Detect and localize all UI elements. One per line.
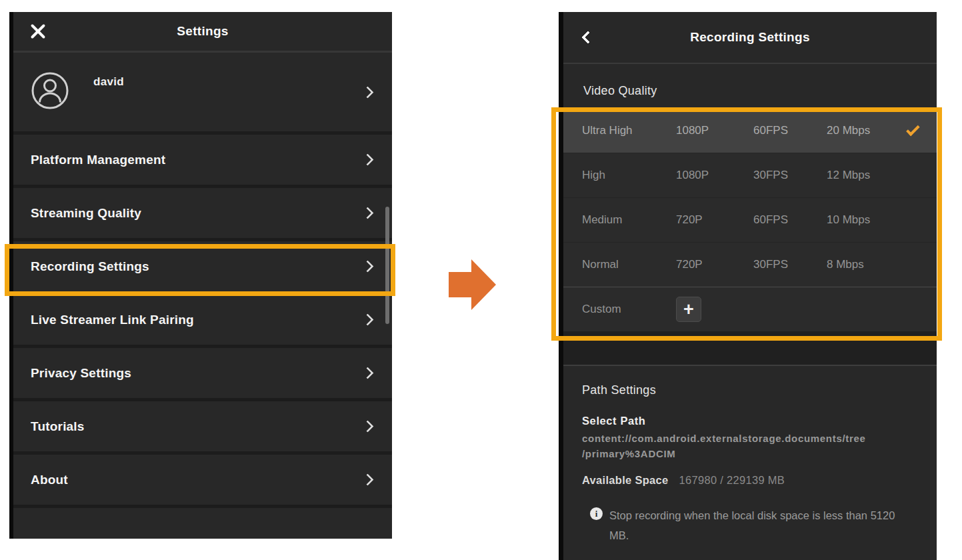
quality-row-high[interactable]: High 1080P 30FPS 12 Mbps: [563, 153, 937, 197]
section-divider: [563, 331, 937, 366]
quality-row-ultra-high[interactable]: Ultra High 1080P 60FPS 20 Mbps: [563, 108, 937, 153]
scrollbar[interactable]: [385, 207, 389, 324]
quality-bitrate: 8 Mbps: [827, 258, 908, 271]
close-icon[interactable]: [29, 23, 47, 40]
profile-name: david: [93, 75, 124, 89]
quality-bitrate: 20 Mbps: [827, 124, 908, 137]
quality-name: Normal: [582, 258, 676, 271]
add-custom-quality-button[interactable]: +: [676, 297, 701, 322]
menu-item-label: Streaming Quality: [31, 206, 141, 221]
menu-item-about[interactable]: About: [13, 455, 392, 508]
chevron-right-icon: [361, 420, 373, 432]
quality-row-medium[interactable]: Medium 720P 60FPS 10 Mbps: [563, 197, 937, 242]
chevron-right-icon: [361, 86, 373, 98]
arrow-right-icon: [449, 259, 495, 310]
quality-row-custom[interactable]: Custom +: [563, 287, 937, 331]
menu-item-recording-settings[interactable]: Recording Settings: [13, 241, 392, 295]
menu-item-label: Recording Settings: [31, 259, 149, 274]
select-path-row[interactable]: Select Path content://com.android.extern…: [582, 415, 917, 461]
quality-resolution: 720P: [676, 213, 753, 227]
chevron-right-icon: [361, 313, 373, 325]
settings-header: Settings: [13, 12, 392, 53]
menu-item-label: Live Streamer Link Pairing: [31, 313, 194, 327]
path-settings-section-label: Path Settings: [582, 383, 917, 397]
recording-settings-header: Recording Settings: [563, 12, 937, 64]
quality-fps: 60FPS: [753, 124, 827, 137]
quality-row-normal[interactable]: Normal 720P 30FPS 8 Mbps: [563, 242, 937, 287]
path-line-2: /primary%3ADCIM: [582, 448, 676, 459]
quality-resolution: 1080P: [676, 169, 753, 182]
recording-settings-title: Recording Settings: [563, 30, 937, 45]
info-icon: i: [590, 507, 603, 520]
video-quality-table: Ultra High 1080P 60FPS 20 Mbps High 1080…: [563, 108, 937, 331]
available-space-value: 167980 / 229139 MB: [679, 474, 785, 487]
settings-panel: Settings david Platform Management Strea…: [9, 12, 392, 539]
menu-item-label: Privacy Settings: [31, 366, 131, 381]
quality-name: High: [582, 169, 676, 182]
available-space-label: Available Space: [582, 474, 669, 487]
quality-fps: 30FPS: [753, 258, 827, 271]
menu-item-privacy-settings[interactable]: Privacy Settings: [13, 348, 392, 401]
chevron-right-icon: [361, 260, 373, 272]
quality-bitrate: 10 Mbps: [827, 213, 908, 227]
profile-row[interactable]: david: [13, 53, 392, 135]
menu-item-label: Tutorials: [31, 419, 85, 434]
screenshot-stage: Settings david Platform Management Strea…: [0, 0, 962, 560]
settings-title: Settings: [13, 24, 392, 39]
path-settings-section: Path Settings Select Path content://com.…: [563, 366, 937, 545]
user-avatar-icon: [31, 71, 69, 113]
quality-resolution: 1080P: [676, 124, 753, 137]
quality-fps: 60FPS: [753, 213, 827, 227]
quality-name: Custom: [582, 303, 676, 316]
menu-item-label: Platform Management: [31, 153, 165, 167]
menu-item-platform-management[interactable]: Platform Management: [13, 135, 392, 188]
menu-item-tutorials[interactable]: Tutorials: [13, 401, 392, 455]
menu-item-label: About: [31, 473, 68, 487]
recording-settings-panel: Recording Settings Video Quality Ultra H…: [559, 12, 937, 560]
quality-resolution: 720P: [676, 258, 753, 271]
chevron-right-icon: [361, 473, 373, 485]
chevron-right-icon: [361, 207, 373, 219]
menu-item-live-streamer-link-pairing[interactable]: Live Streamer Link Pairing: [13, 295, 392, 348]
chevron-right-icon: [361, 367, 373, 379]
available-space-row: Available Space 167980 / 229139 MB: [582, 474, 917, 487]
quality-name: Medium: [582, 213, 676, 227]
video-quality-section-label: Video Quality: [583, 84, 657, 98]
selected-path-value: content://com.android.externalstorage.do…: [582, 431, 917, 461]
quality-name: Ultra High: [582, 124, 676, 137]
selected-check-icon: [906, 122, 920, 136]
menu-item-streaming-quality[interactable]: Streaming Quality: [13, 188, 392, 241]
disk-space-note-text: Stop recording when the local disk space…: [609, 505, 917, 545]
quality-bitrate: 12 Mbps: [827, 169, 908, 182]
select-path-label: Select Path: [582, 415, 917, 427]
quality-fps: 30FPS: [753, 169, 827, 182]
disk-space-note: i Stop recording when the local disk spa…: [582, 505, 917, 545]
chevron-right-icon: [361, 153, 373, 165]
path-line-1: content://com.android.externalstorage.do…: [582, 433, 866, 444]
